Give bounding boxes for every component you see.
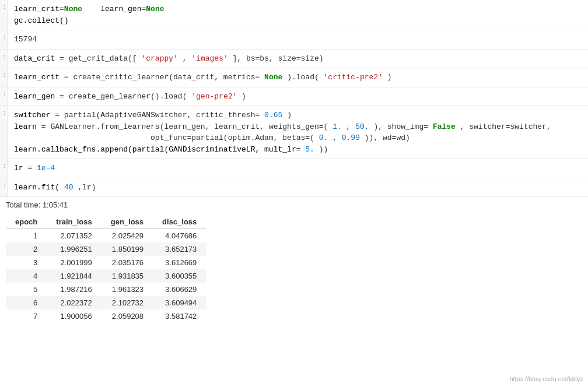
code-line: learn = GANLearner.from_learners(learn_g…	[14, 121, 582, 133]
table-cell: 2.035176	[102, 256, 153, 269]
table-cell: 5	[6, 283, 47, 296]
cell-1: : learn_crit=None learn_gen=None gc.coll…	[0, 0, 588, 30]
code-token: ))	[319, 145, 328, 154]
code-token: data_crit	[14, 54, 55, 63]
cell-gutter-1: :	[0, 0, 8, 30]
code-token: , switcher=switcher,	[460, 122, 551, 131]
table-cell: 2.059208	[102, 309, 153, 323]
watermark: https://blog.csdn.net/kittyz	[509, 375, 583, 382]
code-token: 5.	[305, 145, 314, 154]
table-row: 41.9218441.9318353.600355	[6, 269, 206, 283]
cell-gutter-6: :	[0, 106, 8, 159]
table-cell: 1.961323	[102, 283, 153, 296]
code-token: 'critic-pre2'	[324, 73, 383, 82]
cell-prompt-1: :	[2, 3, 6, 10]
cell-code-1: learn_crit=None learn_gen=None gc.collec…	[8, 0, 588, 30]
table-cell: 3.606629	[153, 283, 206, 296]
table-cell: 1.850199	[102, 242, 153, 256]
table-cell: 2.102732	[102, 296, 153, 309]
code-line: learn.fit( 40 ,lr)	[14, 182, 582, 194]
table-cell: 4	[6, 269, 47, 283]
code-token: opt_func=partial(optim.Adam, betas=(	[14, 133, 314, 142]
table-cell: 1	[6, 229, 47, 243]
table-cell: 2.001999	[47, 256, 101, 269]
col-header-epoch: epoch	[6, 215, 47, 229]
code-token: =	[27, 164, 37, 173]
code-token: learn_crit	[14, 5, 60, 13]
cell-gutter-4: :	[0, 68, 8, 87]
table-row: 62.0223722.1027323.609494	[6, 296, 206, 309]
code-token: 0.	[319, 133, 328, 142]
table-cell: 1.996251	[47, 242, 101, 256]
table-cell: 6	[6, 296, 47, 309]
output-content: Total time: 1:05:41 epoch train_loss gen…	[0, 197, 588, 329]
code-token: 1e-4	[37, 164, 55, 173]
cell-code-3: data_crit = get_crit_data([ 'crappy' , '…	[8, 50, 588, 68]
code-line: switcher = partial(AdaptiveGANSwitcher, …	[14, 110, 582, 121]
cell-gutter-5: :	[0, 87, 8, 106]
cell-output-1: : 15794	[0, 30, 588, 50]
cell-gutter-7: :	[0, 159, 8, 178]
code-token: learn_gen	[100, 5, 141, 13]
cell-5: : learn_gen = create_gen_learner().load(…	[0, 87, 588, 107]
code-line: lr = 1e-4	[14, 163, 582, 174]
table-cell: 2.071352	[47, 229, 101, 243]
code-token: = create_gen_learner().load(	[60, 92, 187, 101]
code-token: =	[60, 5, 64, 13]
code-token: 40	[64, 183, 74, 192]
code-token: ).load(	[287, 73, 319, 82]
table-cell: 3.581742	[153, 309, 206, 323]
code-token: = create_critic_learner(data_crit, metri…	[64, 73, 260, 82]
table-cell: 2.022372	[47, 296, 101, 309]
cell-prompt-out-1: :	[2, 34, 6, 41]
code-token: )	[287, 111, 292, 119]
notebook: : learn_crit=None learn_gen=None gc.coll…	[0, 0, 588, 387]
table-cell: 4.047686	[153, 229, 206, 243]
table-row: 21.9962511.8501993.652173	[6, 242, 206, 256]
col-header-train-loss: train_loss	[47, 215, 101, 229]
code-token: 0.99	[342, 133, 360, 142]
code-token: None	[64, 5, 82, 13]
table-cell: 3.609494	[153, 296, 206, 309]
output-value: 15794	[14, 35, 37, 44]
code-token: 'images'	[191, 54, 228, 63]
code-token: gc.collect()	[14, 16, 69, 25]
table-cell: 3	[6, 256, 47, 269]
table-cell: 1.931835	[102, 269, 153, 283]
cell-6: : switcher = partial(AdaptiveGANSwitcher…	[0, 106, 588, 159]
code-token: )	[387, 73, 392, 82]
table-row: 51.9872161.9613233.606629	[6, 283, 206, 296]
code-token: ,lr)	[78, 183, 96, 192]
code-line: learn_crit=None learn_gen=None	[14, 3, 582, 15]
code-token: learn_gen	[14, 92, 55, 101]
table-cell: 3.612669	[153, 256, 206, 269]
code-line: learn.callback_fns.append(partial(GANDis…	[14, 144, 582, 156]
code-token: = get_crit_data([	[60, 54, 137, 63]
output-text-1: 15794	[8, 30, 588, 49]
cell-prompt-4: :	[2, 72, 6, 79]
cell-8: : learn.fit( 40 ,lr)	[0, 178, 588, 198]
code-token: )	[242, 92, 246, 101]
cell-gutter-8: :	[0, 178, 8, 197]
table-cell: 7	[6, 309, 47, 323]
cell-prompt-5: :	[2, 91, 6, 98]
code-token: ,	[332, 133, 337, 142]
code-token: learn.fit(	[14, 183, 60, 192]
code-token: learn_crit	[14, 73, 60, 82]
cell-prompt-7: :	[2, 163, 6, 170]
cell-prompt-8: :	[2, 182, 6, 189]
output-section: Total time: 1:05:41 epoch train_loss gen…	[0, 197, 588, 329]
code-token: ,	[346, 122, 351, 131]
code-token: switcher	[14, 111, 50, 119]
cell-prompt-6: :	[2, 110, 6, 117]
code-line: opt_func=partial(optim.Adam, betas=( 0. …	[14, 132, 582, 144]
cell-code-6: switcher = partial(AdaptiveGANSwitcher, …	[8, 106, 588, 159]
cell-code-7: lr = 1e-4	[8, 159, 588, 178]
table-cell: 2	[6, 242, 47, 256]
col-header-disc-loss: disc_loss	[153, 215, 206, 229]
code-line: learn_gen = create_gen_learner().load( '…	[14, 91, 582, 103]
cell-gutter-out-1: :	[0, 30, 8, 49]
cell-gutter-3: :	[0, 50, 8, 68]
total-time-label: Total time:	[6, 200, 40, 209]
table-row: 32.0019992.0351763.612669	[6, 256, 206, 269]
